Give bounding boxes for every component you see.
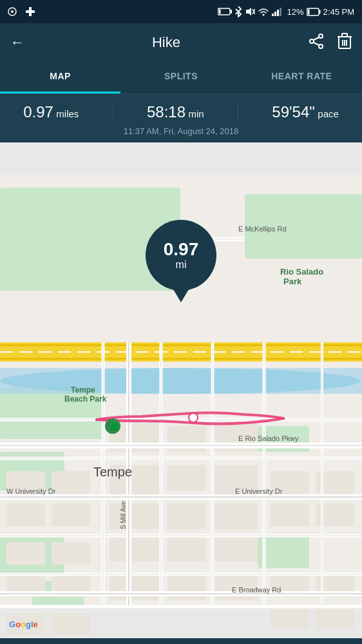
delete-button[interactable] [338, 33, 352, 53]
svg-text:E McKellips Rd: E McKellips Rd [238, 225, 287, 233]
svg-rect-57 [167, 536, 206, 561]
share-icon [308, 33, 325, 50]
svg-text:Beach Park: Beach Park [64, 395, 107, 404]
map-svg: E McKellips Rd Rio Salado Park Tempe Bea… [0, 142, 362, 638]
sim-icon [8, 7, 21, 16]
svg-text:E Broadway Rd: E Broadway Rd [232, 586, 281, 594]
svg-text:W University Dr: W University Dr [6, 487, 56, 495]
bubble-distance-value: 0.97 [164, 240, 199, 260]
svg-rect-58 [213, 536, 258, 561]
svg-rect-63 [52, 471, 90, 494]
map-container[interactable]: E McKellips Rd Rio Salado Park Tempe Bea… [0, 142, 362, 638]
stats-bar: 0.97 miles 58:18 min 59'54" pace 11:37 A… [0, 94, 362, 142]
svg-rect-9 [272, 14, 274, 16]
svg-rect-5 [231, 10, 232, 14]
svg-text:Rio Salado: Rio Salado [280, 267, 323, 277]
svg-text:Park: Park [283, 277, 302, 286]
duration-unit: min [189, 108, 204, 119]
bubble-distance-unit: mi [176, 259, 187, 271]
svg-point-1 [11, 10, 14, 13]
pace-value: 59'54" [272, 103, 315, 121]
svg-rect-6 [218, 10, 220, 14]
svg-text:E University Dr: E University Dr [235, 487, 283, 495]
svg-rect-44 [0, 344, 362, 346]
stat-divider-1 [113, 103, 113, 122]
svg-text:S Mill Ave: S Mill Ave [120, 501, 127, 529]
svg-rect-67 [52, 542, 90, 565]
signal-icon [272, 7, 285, 16]
svg-rect-56 [110, 536, 161, 561]
svg-text:Tempe: Tempe [93, 465, 132, 479]
time-display: 2:45 PM [323, 7, 354, 17]
distance-stat: 0.97 miles [23, 103, 79, 121]
svg-rect-11 [277, 10, 279, 16]
svg-rect-3 [26, 10, 35, 13]
svg-rect-66 [6, 542, 45, 565]
svg-point-120 [189, 413, 198, 422]
svg-text:🌲: 🌲 [110, 421, 121, 432]
battery-icon [307, 8, 321, 16]
battery-percent: 12% [287, 7, 304, 17]
back-button[interactable]: ← [10, 34, 24, 51]
svg-rect-55 [213, 503, 258, 529]
svg-rect-53 [110, 503, 161, 529]
plus-icon [24, 6, 36, 17]
svg-point-16 [319, 34, 323, 38]
svg-line-19 [314, 37, 319, 40]
tab-splits[interactable]: SPLITS [120, 62, 241, 93]
svg-point-42 [0, 368, 361, 394]
page-title: Hike [152, 34, 180, 51]
tab-bar: MAP SPLITS HEART RATE [0, 62, 362, 94]
svg-rect-15 [307, 9, 309, 14]
bluetooth-icon [234, 6, 242, 17]
header: ← Hike [0, 23, 362, 62]
svg-rect-71 [52, 613, 90, 636]
svg-line-20 [314, 43, 319, 45]
svg-rect-23 [342, 34, 347, 37]
svg-rect-65 [52, 503, 90, 526]
svg-rect-54 [167, 503, 206, 529]
svg-rect-12 [280, 8, 281, 16]
duration-stat: 58:18 min [147, 103, 204, 121]
svg-rect-79 [316, 607, 354, 629]
battery-status-icon [218, 7, 232, 16]
wifi-icon [258, 7, 269, 16]
svg-text:E Rio Salado Pkwy: E Rio Salado Pkwy [238, 434, 299, 442]
trash-icon [338, 33, 352, 50]
distance-unit: miles [56, 108, 79, 119]
header-actions [308, 33, 352, 53]
stats-row: 0.97 miles 58:18 min 59'54" pace [6, 103, 356, 122]
svg-text:Tempe: Tempe [71, 385, 95, 395]
svg-point-18 [319, 44, 323, 48]
svg-rect-51 [167, 465, 206, 491]
stat-divider-2 [238, 103, 238, 122]
share-button[interactable] [308, 33, 325, 53]
pace-unit: pace [318, 108, 339, 119]
status-left-icons [8, 6, 36, 17]
svg-point-17 [310, 39, 314, 43]
svg-rect-45 [0, 358, 362, 360]
distance-value: 0.97 [23, 103, 53, 121]
distance-bubble: 0.97 mi [146, 220, 216, 291]
duration-value: 58:18 [147, 103, 186, 121]
svg-rect-78 [271, 607, 309, 629]
pace-stat: 59'54" pace [272, 103, 338, 121]
status-bar: 12% 2:45 PM [0, 0, 362, 23]
tab-heart-rate[interactable]: HEART RATE [242, 62, 362, 93]
status-right-icons: 12% 2:45 PM [218, 6, 354, 17]
stats-date: 11:37 AM, Fri, August 24, 2018 [6, 126, 356, 136]
svg-rect-14 [319, 10, 320, 14]
tab-map[interactable]: MAP [0, 62, 120, 93]
google-watermark: Google [9, 620, 38, 629]
mute-icon [245, 7, 255, 16]
svg-rect-10 [274, 12, 276, 16]
svg-rect-74 [271, 503, 309, 526]
svg-rect-64 [6, 503, 45, 526]
